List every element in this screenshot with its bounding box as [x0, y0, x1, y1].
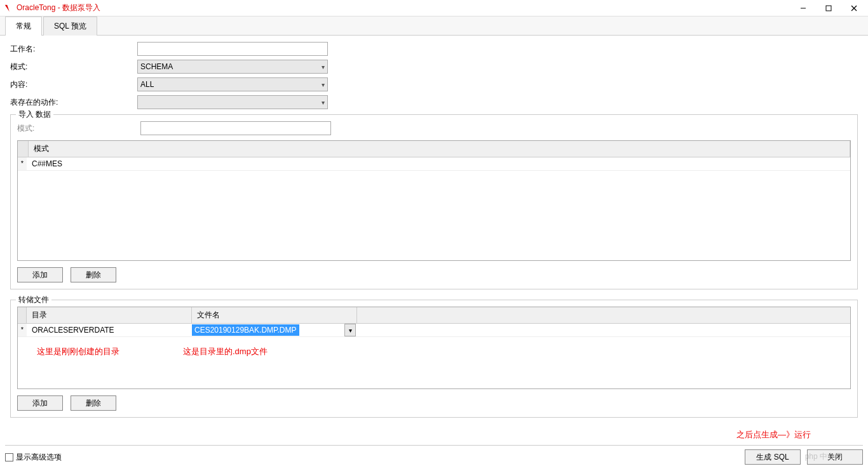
chevron-down-icon: ▾: [322, 81, 325, 88]
dump-row-dir[interactable]: ORACLESERVERDATE: [27, 324, 192, 336]
annotation-run: 之后点生成—》运行: [736, 429, 811, 441]
dump-row-marker: *: [18, 324, 27, 336]
advanced-checkbox[interactable]: 显示高级选项: [5, 452, 62, 463]
input-job-name[interactable]: [137, 42, 328, 56]
dump-header-marker: [18, 307, 27, 323]
fieldset-import: 导入 数据 模式: 模式 * C##MES 添加 删除: [10, 114, 858, 289]
table-row[interactable]: * C##MES: [18, 157, 850, 171]
chevron-down-icon: ▾: [322, 63, 325, 70]
annotation-file: 这是目录里的.dmp文件: [183, 346, 268, 357]
select-table-action[interactable]: ▾: [137, 95, 328, 109]
select-content[interactable]: ALL ▾: [137, 77, 328, 91]
label-content: 内容:: [10, 79, 137, 90]
header-mode[interactable]: 模式: [29, 141, 850, 157]
row-content: 内容: ALL ▾: [10, 77, 858, 91]
row-value[interactable]: C##MES: [27, 157, 850, 170]
svg-rect-1: [826, 6, 831, 11]
dump-delete-button[interactable]: 删除: [71, 395, 116, 411]
row-table-action: 表存在的动作: ▾: [10, 95, 858, 109]
row-mode: 模式: SCHEMA ▾: [10, 60, 858, 74]
advanced-label: 显示高级选项: [16, 452, 62, 463]
chevron-down-icon: ▾: [349, 327, 352, 334]
dump-table: 目录 文件名 * ORACLESERVERDATE CES20190129BAK…: [17, 307, 851, 389]
fieldset-dump: 转储文件 目录 文件名 * ORACLESERVERDATE CES201901…: [10, 300, 858, 418]
dump-buttons: 添加 删除: [17, 395, 851, 411]
select-mode-value: SCHEMA: [140, 62, 173, 71]
select-content-value: ALL: [140, 80, 154, 89]
tab-sql-preview[interactable]: SQL 预览: [43, 17, 97, 36]
legend-import: 导入 数据: [16, 109, 53, 120]
watermark: php 中文网: [805, 451, 843, 462]
footer-buttons: 生成 SQL 关闭: [745, 449, 863, 465]
footer: 显示高级选项 生成 SQL 关闭: [5, 445, 863, 465]
annotations: 这里是刚刚创建的目录 这是目录里的.dmp文件: [18, 337, 850, 357]
dump-row-file[interactable]: CES20190129BAK.DMP.DMP ▾: [192, 324, 357, 336]
import-add-button[interactable]: 添加: [17, 267, 63, 282]
tab-bar: 常规 SQL 预览: [0, 17, 868, 36]
label-mode: 模式:: [10, 62, 137, 72]
window-title: OracleTong - 数据泵导入: [17, 3, 100, 13]
select-mode[interactable]: SCHEMA ▾: [137, 60, 328, 74]
titlebar-left: OracleTong - 数据泵导入: [1, 3, 100, 13]
row-marker: *: [18, 157, 27, 170]
import-table: 模式 * C##MES: [17, 140, 851, 261]
close-button[interactable]: [841, 0, 867, 17]
input-import-mode[interactable]: [140, 121, 331, 135]
dump-header-dir[interactable]: 目录: [27, 307, 192, 323]
row-job-name: 工作名:: [10, 42, 858, 56]
import-delete-button[interactable]: 删除: [71, 267, 116, 282]
dump-header-file[interactable]: 文件名: [192, 307, 357, 323]
minimize-button[interactable]: [790, 0, 816, 17]
titlebar: OracleTong - 数据泵导入: [0, 0, 868, 17]
dump-table-header: 目录 文件名: [18, 307, 850, 324]
main-content: 工作名: 模式: SCHEMA ▾ 内容: ALL ▾ 表存在的动作: ▾ 导入…: [0, 36, 868, 424]
tab-general[interactable]: 常规: [5, 17, 42, 36]
label-table-action: 表存在的动作:: [10, 97, 137, 108]
watermark-text: php 中文网: [805, 451, 843, 462]
checkbox-icon[interactable]: [5, 453, 13, 461]
dump-add-button[interactable]: 添加: [17, 395, 63, 411]
label-job-name: 工作名:: [10, 44, 137, 55]
import-buttons: 添加 删除: [17, 267, 851, 282]
dump-file-dropdown[interactable]: ▾: [344, 324, 356, 336]
label-import-mode: 模式:: [17, 123, 140, 134]
header-marker: [18, 141, 29, 157]
maximize-button[interactable]: [816, 0, 841, 17]
app-icon: [4, 4, 13, 13]
legend-dump: 转储文件: [16, 295, 51, 305]
import-table-header: 模式: [18, 141, 850, 157]
chevron-down-icon: ▾: [322, 99, 325, 106]
table-row[interactable]: * ORACLESERVERDATE CES20190129BAK.DMP.DM…: [18, 324, 850, 337]
dump-row-file-value[interactable]: CES20190129BAK.DMP.DMP: [192, 324, 299, 336]
row-import-mode: 模式:: [17, 121, 851, 135]
window-controls: [790, 0, 867, 17]
annotation-dir: 这里是刚刚创建的目录: [37, 346, 119, 357]
generate-sql-button[interactable]: 生成 SQL: [745, 449, 801, 465]
